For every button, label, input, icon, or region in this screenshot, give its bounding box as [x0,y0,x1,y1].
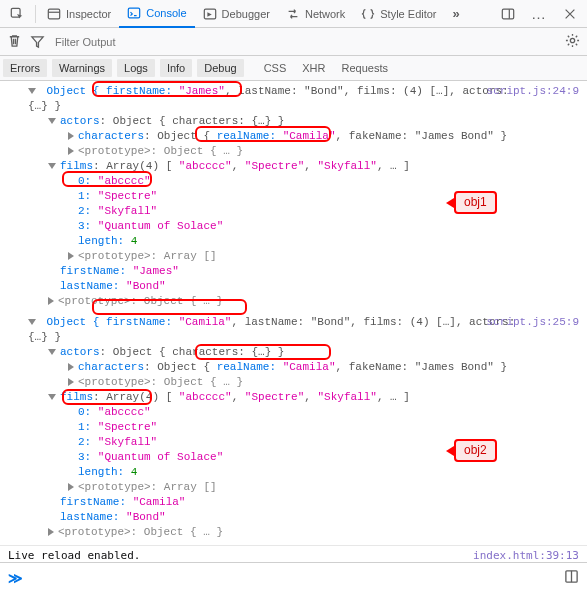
object-head-pre[interactable]: Object { [47,85,106,97]
expand-toggle[interactable] [68,363,74,371]
expand-toggle[interactable] [68,132,74,140]
tab-style-editor-label: Style Editor [380,8,436,20]
console-input-bar: ≫ [0,562,587,592]
svg-rect-6 [502,9,513,19]
tab-console-label: Console [146,7,186,19]
annotation-label-obj2: obj2 [454,439,497,462]
expand-toggle[interactable] [48,349,56,355]
expand-toggle[interactable] [68,252,74,260]
annotation-label-obj1: obj1 [454,191,497,214]
gear-icon [565,33,580,48]
console-filter-bar: Errors Warnings Logs Info Debug CSS XHR … [0,56,587,81]
expand-toggle[interactable] [68,483,74,491]
expand-toggle[interactable] [28,88,36,94]
book-icon [564,569,579,584]
filter-xhr[interactable]: XHR [294,59,333,77]
expand-toggle[interactable] [48,528,54,536]
funnel-icon [30,34,45,49]
expand-toggle[interactable] [48,118,56,124]
expand-toggle[interactable] [28,319,36,325]
tab-debugger[interactable]: Debugger [195,0,278,27]
console-input[interactable] [31,570,556,586]
tabs-overflow-button[interactable]: » [445,0,468,27]
prompt-glyph: ≫ [8,570,23,586]
expand-toggle[interactable] [68,147,74,155]
element-picker-button[interactable] [2,0,32,27]
svg-rect-3 [129,8,140,18]
source-location[interactable]: script.js:25:9 [487,315,579,330]
console-output[interactable]: script.js:24:9 Object { firstName: "Jame… [0,81,587,562]
tab-console[interactable]: Console [119,0,194,28]
filter-logs[interactable]: Logs [117,59,155,77]
filter-debug[interactable]: Debug [197,59,243,77]
dock-side-button[interactable] [493,0,523,27]
console-toolbar [0,28,587,56]
filter-css[interactable]: CSS [256,59,295,77]
log-message-2: script.js:25:9 Object { firstName: "Cami… [0,314,587,545]
filter-warnings[interactable]: Warnings [52,59,112,77]
tab-debugger-label: Debugger [222,8,270,20]
expand-toggle[interactable] [48,297,54,305]
source-location[interactable]: script.js:24:9 [487,84,579,99]
tab-inspector[interactable]: Inspector [39,0,119,27]
kebab-icon: … [531,5,547,22]
log-message-livereload: Live reload enabled. index.html:39:13 [0,545,587,562]
chevron-double-right-icon: » [453,6,460,21]
svg-point-8 [570,38,574,42]
tab-style-editor[interactable]: Style Editor [353,0,444,27]
filter-output-input[interactable] [53,35,557,49]
expand-toggle[interactable] [48,394,56,400]
filter-errors[interactable]: Errors [3,59,47,77]
close-devtools-button[interactable] [555,0,585,27]
expand-toggle[interactable] [48,163,56,169]
split-console-button[interactable] [564,569,579,586]
expand-toggle[interactable] [68,378,74,386]
svg-rect-1 [48,9,59,19]
filter-requests[interactable]: Requests [334,59,396,77]
clear-console-button[interactable] [7,33,22,50]
log-text: Live reload enabled. [8,549,140,562]
close-icon [563,7,577,21]
filter-info[interactable]: Info [160,59,192,77]
more-options-button[interactable]: … [523,0,555,27]
trash-icon [7,33,22,48]
console-settings-button[interactable] [565,33,580,50]
tab-network[interactable]: Network [278,0,353,27]
source-location[interactable]: index.html:39:13 [473,548,579,562]
devtools-tabbar: Inspector Console Debugger Network Style… [0,0,587,28]
log-message-1: script.js:24:9 Object { firstName: "Jame… [0,83,587,314]
tab-network-label: Network [305,8,345,20]
tab-inspector-label: Inspector [66,8,111,20]
